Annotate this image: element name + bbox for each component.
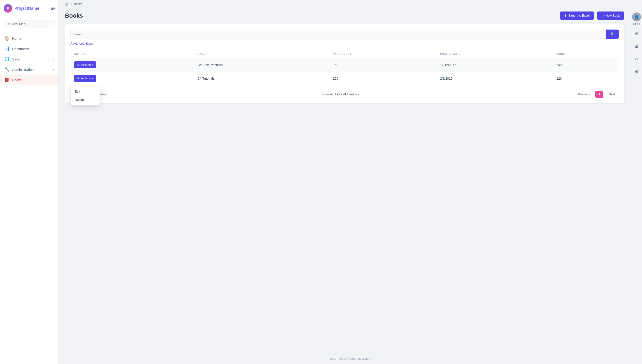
sidebar-item-label: Administration	[12, 68, 34, 72]
admin-avatar[interactable]: 👤	[632, 12, 641, 22]
actions-button-row1[interactable]: ⚙ Actions ▾	[74, 61, 96, 68]
search-button[interactable]: 🔍	[606, 30, 619, 39]
col-actions: ACTIONS	[71, 50, 194, 58]
breadcrumb: 🏠 > Books	[59, 0, 642, 8]
page-title: Books	[65, 12, 83, 19]
sidebar-header: P ProjectName	[0, 0, 59, 17]
delete-menu-item[interactable]: Delete	[71, 96, 100, 104]
entries-info: Showing 1 to 2 of 2 entries	[322, 92, 359, 96]
advanced-filters-link[interactable]: Advanced filters	[71, 42, 93, 45]
content-area: Books ⬆ Export to Excel + New Book	[59, 8, 631, 353]
books-icon: 📕	[5, 77, 10, 82]
theme-icon[interactable]: ☀	[632, 30, 641, 38]
page-count: 150	[329, 58, 437, 72]
layout-icon[interactable]: ⊞	[632, 42, 641, 50]
previous-button[interactable]: Previous	[574, 91, 594, 98]
col-page-count: PAGE COUNT	[329, 50, 437, 58]
publish-date: 2/1/2015	[437, 72, 553, 85]
next-button[interactable]: Next	[605, 91, 619, 98]
publish-date: 12/12/2017	[437, 58, 553, 72]
sidebar-item-label: Books	[12, 78, 22, 82]
edit-menu-item[interactable]: Edit	[71, 88, 100, 96]
table-footer: Show 10 25 50 100 entries Showing 1 to 2…	[71, 91, 619, 98]
actions-cell: ⚙ Actions ▾	[71, 58, 194, 72]
header-actions: ⬆ Export to Excel + New Book	[560, 12, 624, 20]
pagination: Previous 1 Next	[574, 91, 619, 98]
col-publish-date: PUBLISH DATE	[437, 50, 553, 58]
sidebar-item-dashboard[interactable]: 📊 Dashboard	[0, 44, 59, 54]
actions-button-row2[interactable]: ⚙ Actions ▾	[74, 75, 96, 82]
book-name: C# Best Practices	[194, 58, 329, 72]
admin-label: admin	[633, 22, 640, 25]
sidebar-item-administration[interactable]: 🔧 Administration ▾	[0, 64, 59, 75]
home-icon: 🏠	[5, 36, 10, 41]
search-icon: 🔍	[610, 32, 615, 36]
page-header: Books ⬆ Export to Excel + New Book	[65, 8, 624, 24]
administration-icon: 🔧	[5, 67, 10, 72]
logo-text: ProjectName	[15, 6, 39, 11]
table-card: 🔍 Advanced filters ACTIONS	[65, 24, 624, 103]
gear-icon: ⚙	[77, 77, 80, 80]
search-input[interactable]	[71, 30, 606, 39]
right-sidebar: 👤 admin ☀ ⊞ EN ⚙	[631, 8, 642, 353]
export-icon: ⬆	[564, 14, 567, 17]
sidebar-item-label: Home	[12, 36, 21, 40]
language-label[interactable]: EN	[632, 55, 641, 63]
actions-dropdown: Edit Delete	[71, 86, 100, 105]
footer-text: 2020 - 2023 © Acme_Bookstore	[330, 357, 371, 360]
new-book-button[interactable]: + New Book	[597, 12, 624, 20]
saas-icon: 🌐	[5, 56, 10, 62]
sidebar-item-saas[interactable]: 🌐 Saas ▾	[0, 54, 59, 64]
filter-menu-label: Filter Menu	[11, 22, 27, 26]
logo-icon: P	[4, 4, 12, 13]
book-name: C# Tutorials	[194, 72, 329, 85]
hamburger-button[interactable]	[51, 7, 55, 10]
price: 250	[553, 58, 619, 72]
chevron-down-icon: ▾	[53, 68, 54, 71]
col-name[interactable]: NAME ▾	[194, 50, 329, 58]
search-row: 🔍	[71, 30, 619, 39]
caret-icon: ▾	[92, 77, 93, 80]
page-1-button[interactable]: 1	[595, 91, 603, 98]
sidebar-item-books[interactable]: 📕 Books	[0, 75, 59, 85]
price: 120	[553, 72, 619, 85]
sidebar: P ProjectName Filter Menu 🏠 Home 📊 Dashb…	[0, 0, 59, 364]
sort-icon: ▾	[207, 53, 209, 55]
table-row: ⚙ Actions ▾ C# Best Practices 150 12/12/…	[71, 58, 619, 72]
export-to-excel-button[interactable]: ⬆ Export to Excel	[560, 12, 594, 20]
table-row: ⚙ Actions ▾ Edit Delete	[71, 72, 619, 85]
caret-icon: ▾	[92, 64, 93, 66]
filter-menu-button[interactable]: Filter Menu	[4, 20, 55, 28]
chevron-down-icon: ▾	[53, 58, 54, 61]
books-table: ACTIONS NAME ▾ PAGE COUNT	[71, 50, 619, 85]
page-count: 250	[329, 72, 437, 85]
dashboard-icon: 📊	[5, 46, 10, 51]
settings-icon[interactable]: ⚙	[632, 68, 641, 76]
gear-icon: ⚙	[77, 63, 80, 66]
sidebar-item-home[interactable]: 🏠 Home	[0, 33, 59, 44]
page-footer: 2020 - 2023 © Acme_Bookstore	[59, 353, 642, 364]
breadcrumb-current: Books	[74, 2, 82, 6]
sidebar-item-label: Saas	[12, 57, 20, 61]
col-price: PRICE	[553, 50, 619, 58]
breadcrumb-separator: >	[71, 2, 72, 6]
nav-items: 🏠 Home 📊 Dashboard 🌐 Saas ▾ 🔧 Administra…	[0, 31, 59, 364]
home-breadcrumb-icon[interactable]: 🏠	[65, 2, 69, 6]
actions-cell: ⚙ Actions ▾ Edit Delete	[71, 72, 194, 85]
sidebar-item-label: Dashboard	[12, 47, 29, 51]
